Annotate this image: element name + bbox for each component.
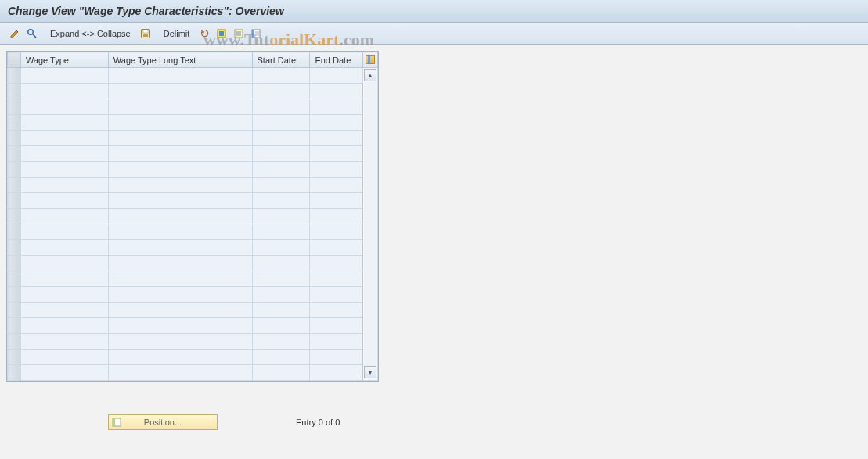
undo-icon[interactable] (197, 27, 211, 41)
select-all-icon[interactable] (214, 27, 229, 41)
cell[interactable] (108, 115, 252, 131)
delimit-button[interactable]: Delimit (159, 29, 195, 38)
row-selector[interactable] (8, 256, 21, 271)
row-selector[interactable] (8, 303, 21, 318)
row-selector[interactable] (8, 318, 21, 334)
cell[interactable] (310, 365, 363, 381)
col-header-start-date[interactable]: Start Date (252, 52, 310, 68)
cell[interactable] (252, 271, 310, 287)
cell[interactable] (252, 99, 310, 115)
other-view-icon[interactable] (25, 27, 39, 41)
cell[interactable] (108, 146, 252, 162)
cell[interactable] (20, 334, 108, 350)
configure-icon[interactable] (249, 27, 263, 41)
cell[interactable] (20, 178, 108, 193)
cell[interactable] (252, 209, 310, 224)
cell[interactable] (20, 271, 108, 287)
scroll-track[interactable] (364, 82, 376, 366)
cell[interactable] (310, 193, 363, 209)
col-header-wage-type[interactable]: Wage Type (20, 52, 108, 68)
row-selector[interactable] (8, 178, 21, 193)
cell[interactable] (108, 350, 252, 365)
scroll-up-icon[interactable]: ▲ (364, 69, 376, 81)
row-selector[interactable] (8, 287, 21, 303)
cell[interactable] (310, 115, 363, 131)
cell[interactable] (252, 240, 310, 256)
row-selector[interactable] (8, 99, 21, 115)
row-selector[interactable] (8, 334, 21, 350)
row-selector[interactable] (8, 224, 21, 240)
cell[interactable] (20, 287, 108, 303)
cell[interactable] (108, 178, 252, 193)
cell[interactable] (252, 287, 310, 303)
cell[interactable] (108, 271, 252, 287)
cell[interactable] (20, 256, 108, 271)
cell[interactable] (20, 193, 108, 209)
cell[interactable] (108, 162, 252, 178)
cell[interactable] (20, 350, 108, 365)
cell[interactable] (310, 350, 363, 365)
cell[interactable] (108, 318, 252, 334)
cell[interactable] (108, 303, 252, 318)
cell[interactable] (310, 271, 363, 287)
save-variant-icon[interactable] (139, 27, 153, 41)
table-config-button[interactable] (362, 52, 377, 68)
cell[interactable] (310, 84, 363, 99)
cell[interactable] (20, 131, 108, 146)
cell[interactable] (108, 240, 252, 256)
cell[interactable] (252, 146, 310, 162)
cell[interactable] (108, 68, 252, 84)
row-selector[interactable] (8, 131, 21, 146)
cell[interactable] (108, 209, 252, 224)
cell[interactable] (310, 146, 363, 162)
cell[interactable] (20, 146, 108, 162)
cell[interactable] (252, 178, 310, 193)
row-selector[interactable] (8, 350, 21, 365)
cell[interactable] (20, 99, 108, 115)
row-selector[interactable] (8, 146, 21, 162)
cell[interactable] (20, 365, 108, 381)
cell[interactable] (108, 131, 252, 146)
cell[interactable] (310, 318, 363, 334)
expand-collapse-button[interactable]: Expand <-> Collapse (45, 29, 135, 38)
cell[interactable] (310, 99, 363, 115)
cell[interactable] (108, 224, 252, 240)
cell[interactable] (310, 240, 363, 256)
cell[interactable] (310, 334, 363, 350)
cell[interactable] (252, 84, 310, 99)
cell[interactable] (108, 334, 252, 350)
cell[interactable] (20, 115, 108, 131)
row-selector[interactable] (8, 68, 21, 84)
cell[interactable] (252, 350, 310, 365)
row-selector[interactable] (8, 365, 21, 381)
cell[interactable] (108, 365, 252, 381)
cell[interactable] (310, 162, 363, 178)
scroll-down-icon[interactable]: ▼ (364, 366, 376, 378)
cell[interactable] (108, 99, 252, 115)
position-button[interactable]: Position... (108, 414, 218, 430)
cell[interactable] (20, 303, 108, 318)
cell[interactable] (20, 209, 108, 224)
row-selector[interactable] (8, 193, 21, 209)
cell[interactable] (108, 84, 252, 99)
cell[interactable] (108, 193, 252, 209)
cell[interactable] (310, 131, 363, 146)
cell[interactable] (20, 162, 108, 178)
row-selector[interactable] (8, 271, 21, 287)
cell[interactable] (20, 318, 108, 334)
row-selector[interactable] (8, 209, 21, 224)
cell[interactable] (310, 287, 363, 303)
cell[interactable] (310, 303, 363, 318)
cell[interactable] (20, 240, 108, 256)
cell[interactable] (252, 115, 310, 131)
cell[interactable] (252, 365, 310, 381)
col-header-long-text[interactable]: Wage Type Long Text (108, 52, 252, 68)
cell[interactable] (252, 224, 310, 240)
cell[interactable] (252, 162, 310, 178)
vertical-scrollbar[interactable]: ▲▼ (362, 68, 377, 381)
cell[interactable] (310, 224, 363, 240)
cell[interactable] (20, 224, 108, 240)
cell[interactable] (310, 256, 363, 271)
cell[interactable] (108, 256, 252, 271)
row-selector[interactable] (8, 84, 21, 99)
